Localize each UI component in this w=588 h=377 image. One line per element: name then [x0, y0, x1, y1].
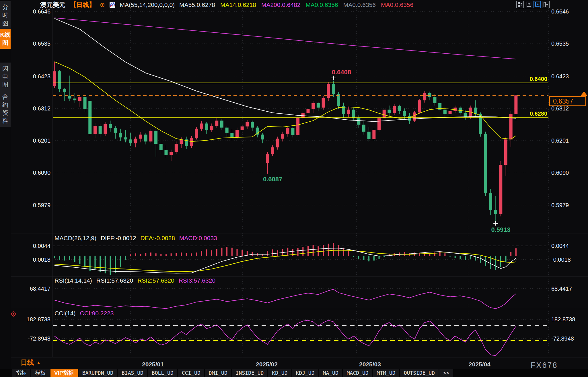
tab-INSIDE_UD[interactable]: INSIDE_UD [232, 369, 268, 377]
tab-BIAS_UD[interactable]: BIAS_UD [118, 369, 147, 377]
svg-text:0.6423: 0.6423 [33, 73, 50, 79]
rsi-legend: RSI(14,14,14) RSI1:57.6320RSI2:57.6320RS… [54, 277, 215, 284]
alert-dot-icon [11, 311, 16, 318]
annotations-layer: 0.64080.60870.5913 [263, 69, 511, 233]
sidebar-item-3[interactable]: 闪电图 [0, 63, 11, 91]
svg-text:-0.0018: -0.0018 [551, 256, 571, 263]
svg-text:0.6423: 0.6423 [551, 73, 569, 79]
svg-text:0.6400: 0.6400 [530, 76, 547, 82]
svg-text:0.5913: 0.5913 [491, 226, 511, 233]
ma-value-2: MA14:0.6218 [220, 1, 256, 8]
timeframe-label: 日线 [21, 358, 34, 367]
chart-canvas[interactable]: 0.64000.62800.63570.66460.66460.65350.65… [0, 0, 588, 377]
svg-text:0.6646: 0.6646 [551, 8, 569, 15]
svg-text:68.4417: 68.4417 [30, 285, 50, 292]
svg-text:0.6535: 0.6535 [33, 40, 50, 47]
cci-legend: CCI(14) CCI:90.2223 [54, 310, 114, 317]
svg-text:0.0044: 0.0044 [33, 243, 50, 249]
timeframe-arrow-icon: ▲ [36, 360, 41, 365]
svg-text:0.6280: 0.6280 [530, 110, 547, 117]
svg-text:182.8738: 182.8738 [27, 316, 50, 322]
chart-header: 澳元美元 【日线】 ⊕ MA(55,14,200,0,0,0) MA55:0.6… [40, 1, 413, 9]
svg-text:2025/01: 2025/01 [142, 361, 164, 368]
svg-text:182.8738: 182.8738 [551, 316, 575, 322]
mini-chart-icon [110, 1, 115, 8]
sidebar: 分时图K线图闪电图合约资料 [0, 0, 11, 377]
svg-text:0.6535: 0.6535 [551, 40, 569, 47]
svg-text:0.6408: 0.6408 [332, 69, 351, 76]
watermark: FX678 [531, 361, 558, 370]
tab-模板[interactable]: 模板 [31, 369, 50, 377]
macd-legend: MACD(26,12,9) DIFF:-0.0012DEA:-0.0028MAC… [54, 235, 217, 242]
rsi-legend-value-3: RSI3:57.6320 [179, 277, 215, 284]
tab-MACD_UD[interactable]: MACD_UD [343, 369, 372, 377]
ma-value-1: MA55:0.6278 [179, 1, 215, 8]
macd-legend-value-3: MACD:0.0033 [179, 235, 217, 242]
ma-value-6: MA0:0.6356 [381, 1, 413, 8]
ma-value-3: MA200:0.6482 [261, 1, 301, 8]
axis-adjust-icon[interactable] [525, 1, 532, 8]
svg-text:0.0044: 0.0044 [551, 243, 569, 249]
macd-label: MACD(26,12,9) [54, 235, 96, 242]
rsi-label: RSI(14,14,14) [54, 277, 92, 284]
tab->>[interactable]: >> [439, 369, 453, 377]
period-tag: 【日线】 [70, 1, 95, 9]
pane-shift-icon[interactable] [542, 1, 550, 8]
svg-text:-72.8948: -72.8948 [551, 335, 574, 342]
tab-OUTSIDE_UD[interactable]: OUTSIDE_UD [400, 369, 439, 377]
svg-text:0.5979: 0.5979 [551, 202, 569, 208]
rsi-layer [54, 289, 516, 308]
sidebar-item-2[interactable]: K线图 [0, 29, 11, 49]
levels-layer: 0.64000.62800.6357 [53, 76, 587, 118]
tab-VIP指标[interactable]: VIP指标 [50, 369, 78, 377]
cci-label: CCI(14) [54, 310, 76, 317]
svg-text:0.6646: 0.6646 [33, 8, 50, 15]
svg-text:0.6201: 0.6201 [551, 137, 569, 144]
ma-lines-layer [54, 18, 516, 141]
sidebar-item-1[interactable]: 分时图 [0, 1, 11, 29]
ma-values: MA55:0.6278MA14:0.6218MA200:0.6482MA0:0.… [179, 1, 413, 8]
cci-legend-value-1: CCI:90.2223 [80, 310, 114, 317]
svg-text:0.6090: 0.6090 [551, 170, 569, 176]
tab-KDJ_UD[interactable]: KDJ_UD [292, 369, 318, 377]
tab-DMI_UD[interactable]: DMI_UD [205, 369, 231, 377]
svg-text:0.6312: 0.6312 [551, 105, 569, 112]
svg-text:0.6090: 0.6090 [33, 170, 50, 176]
symbol-name: 澳元美元 [40, 1, 65, 9]
svg-text:0.6312: 0.6312 [33, 105, 50, 112]
layout-grid-icon[interactable] [516, 1, 524, 8]
svg-text:2025/04: 2025/04 [469, 361, 490, 368]
tab-KD_UD[interactable]: KD_UD [268, 369, 291, 377]
svg-text:2025/02: 2025/02 [256, 361, 278, 368]
tab-BOLL_UD[interactable]: BOLL_UD [148, 369, 177, 377]
macd-layer [54, 243, 517, 275]
tab-指标[interactable]: 指标 [12, 369, 30, 377]
ma-value-4: MA0:0.6356 [306, 1, 338, 8]
tab-MTM_UD[interactable]: MTM_UD [373, 369, 399, 377]
svg-text:0.6201: 0.6201 [33, 137, 50, 144]
svg-text:0.6087: 0.6087 [263, 176, 282, 183]
ma-params-label: MA(55,14,200,0,0,0) [120, 1, 175, 8]
sidebar-item-4[interactable]: 合约资料 [0, 91, 11, 127]
svg-text:-72.8948: -72.8948 [28, 335, 50, 342]
rsi-legend-value-1: RSI1:57.6320 [96, 277, 133, 284]
tab-MA_UD[interactable]: MA_UD [319, 369, 342, 377]
svg-text:0.5979: 0.5979 [33, 202, 50, 208]
axis-play-icon[interactable] [534, 1, 541, 8]
chart-toolbar [516, 1, 550, 8]
svg-text:68.4417: 68.4417 [551, 285, 572, 292]
tab-BARUPDN_UD[interactable]: BARUPDN_UD [79, 369, 117, 377]
macd-legend-value-2: DEA:-0.0028 [141, 235, 175, 242]
candles-layer [53, 62, 518, 224]
add-indicator-icon[interactable]: ⊕ [100, 2, 105, 8]
timeframe-selector[interactable]: 日线 ▲ [21, 358, 41, 367]
tab-CCI_UD[interactable]: CCI_UD [178, 369, 204, 377]
rsi-legend-value-2: RSI2:57.6320 [137, 277, 174, 284]
ma-value-5: MA0:0.6356 [343, 1, 376, 8]
svg-text:0.6357: 0.6357 [553, 98, 573, 105]
indicator-tabs-bar: 指标模板VIP指标BARUPDN_UDBIAS_UDBOLL_UDCCI_UDD… [0, 369, 588, 377]
svg-text:-0.0018: -0.0018 [31, 256, 50, 263]
macd-legend-value-1: DIFF:-0.0012 [101, 235, 136, 242]
svg-text:2025/03: 2025/03 [359, 361, 381, 368]
